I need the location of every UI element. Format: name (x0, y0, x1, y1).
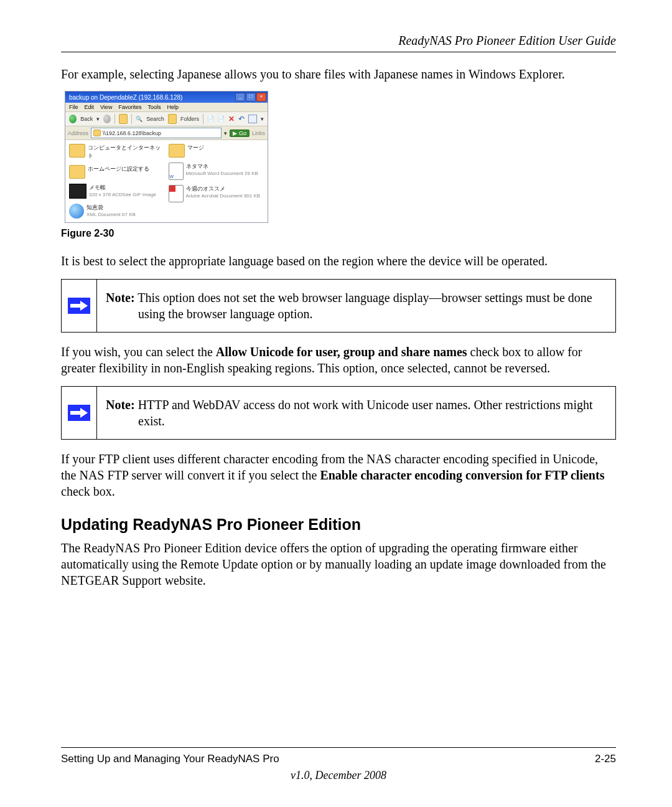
footer-rule (61, 747, 616, 748)
up-folder-icon (119, 114, 128, 124)
copy-icon: 📄 (207, 116, 214, 122)
back-icon (69, 115, 77, 123)
paragraph-updating: The ReadyNAS Pro Pioneer Edition device … (61, 540, 616, 588)
note-callout-1: Note: This option does not set the web b… (61, 279, 616, 333)
folder-icon (69, 144, 85, 158)
undo-icon: ↶ (238, 115, 245, 123)
paragraph-unicode: If you wish, you can select the Allow Un… (61, 344, 616, 376)
figure-caption: Figure 2-30 (61, 228, 616, 239)
section-heading-updating: Updating ReadyNAS Pro Pioneer Edition (61, 516, 616, 534)
file-item: 知恵袋XML Document 67 KB (69, 204, 165, 219)
explorer-toolbar: Back ▾ 🔍Search Folders 📄 📄 ✕ ↶ ▾ (65, 111, 268, 126)
search-label: Search (146, 116, 164, 122)
header-rule (61, 52, 616, 52)
explorer-window-title: backup on DependableZ (192.168.6.128) (69, 94, 182, 101)
folders-icon (168, 114, 177, 124)
menu-view: View (100, 104, 112, 110)
paragraph-region: It is best to select the appropriate lan… (61, 253, 616, 269)
arrow-right-icon (68, 405, 90, 421)
minimize-icon: _ (235, 93, 245, 101)
views-icon (248, 115, 257, 123)
menu-help: Help (167, 104, 179, 110)
menu-tools: Tools (147, 104, 161, 110)
page-header-title: ReadyNAS Pro Pioneer Edition User Guide (61, 34, 616, 48)
file-item: コンピュータとインターネット (69, 144, 165, 160)
menu-edit: Edit (85, 104, 95, 110)
explorer-menubar: File Edit View Favorites Tools Help (65, 103, 268, 111)
links-label: Links (252, 130, 265, 136)
address-input: \\192.168.6.128\backup (91, 128, 222, 138)
note-text: HTTP and WebDAV access do not work with … (135, 398, 593, 428)
folder-icon (69, 165, 85, 179)
file-item: ホームページに設定する (69, 165, 165, 179)
paragraph-ftp: If your FTP client uses different charac… (61, 451, 616, 499)
file-item: ネタマネMicrosoft Word Document 28 KB (169, 163, 264, 180)
page-number: 2-25 (595, 753, 616, 765)
back-label: Back (80, 116, 93, 122)
note-label: Note: (106, 398, 135, 412)
go-button: ▶ Go (230, 130, 250, 137)
footer-left: Setting Up and Managing Your ReadyNAS Pr… (61, 753, 279, 765)
file-item: マージ (169, 144, 264, 158)
folders-label: Folders (180, 116, 199, 122)
maximize-icon: □ (246, 93, 256, 101)
paragraph-intro: For example, selecting Japanese allows y… (61, 66, 616, 82)
word-doc-icon (169, 163, 184, 180)
ie-icon (69, 204, 84, 219)
address-label: Address (68, 130, 88, 136)
forward-icon (103, 115, 111, 123)
explorer-addressbar: Address \\192.168.6.128\backup ▾ ▶ Go Li… (65, 126, 268, 140)
pdf-icon (169, 185, 184, 202)
menu-favorites: Favorites (118, 104, 141, 110)
file-item: メモ帳320 x 378 ACDSee GIF Image (69, 184, 165, 199)
explorer-screenshot: backup on DependableZ (192.168.6.128) _ … (65, 91, 268, 223)
note-callout-2: Note: HTTP and WebDAV access do not work… (61, 386, 616, 440)
move-icon: 📄 (218, 116, 225, 122)
note-text: This option does not set the web browser… (135, 291, 592, 321)
explorer-titlebar: backup on DependableZ (192.168.6.128) _ … (65, 92, 268, 103)
file-item: 今週のオススメAdobe Acrobat Document 801 KB (169, 185, 264, 202)
menu-file: File (69, 104, 78, 110)
footer-version: v1.0, December 2008 (61, 769, 616, 782)
arrow-right-icon (68, 298, 90, 314)
note-label: Note: (106, 291, 135, 304)
close-icon: × (256, 93, 266, 101)
gif-icon (69, 184, 86, 199)
delete-icon: ✕ (228, 115, 235, 123)
folder-icon (169, 144, 185, 158)
